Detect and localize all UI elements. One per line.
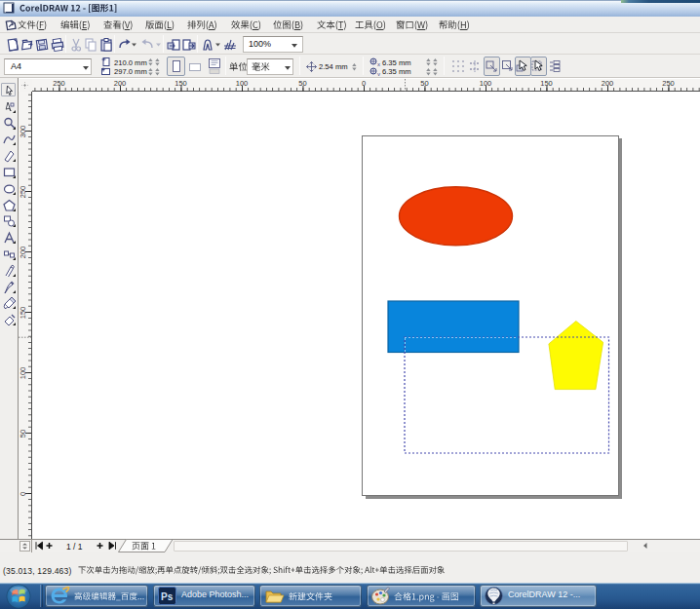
svg-text:100: 100 bbox=[19, 367, 27, 380]
svg-text:200: 200 bbox=[602, 79, 614, 88]
svg-text:150: 150 bbox=[540, 79, 553, 88]
svg-text:0: 0 bbox=[19, 492, 27, 496]
svg-text:Ps: Ps bbox=[161, 591, 174, 602]
svg-text:200: 200 bbox=[114, 79, 127, 88]
svg-text:y: y bbox=[377, 71, 380, 76]
svg-text:200: 200 bbox=[19, 247, 27, 259]
svg-text:100: 100 bbox=[236, 79, 249, 88]
svg-text:x: x bbox=[377, 61, 380, 66]
svg-text:150: 150 bbox=[175, 79, 187, 88]
svg-text:250: 250 bbox=[662, 79, 675, 88]
svg-text:250: 250 bbox=[53, 79, 65, 88]
svg-text:300: 300 bbox=[19, 126, 27, 138]
svg-text:50: 50 bbox=[19, 430, 27, 438]
svg-text:50: 50 bbox=[298, 79, 306, 88]
svg-text:100: 100 bbox=[480, 79, 492, 88]
svg-text:50: 50 bbox=[420, 79, 428, 88]
svg-text:250: 250 bbox=[19, 186, 27, 199]
svg-text:150: 150 bbox=[19, 307, 27, 320]
svg-text:0: 0 bbox=[362, 79, 366, 88]
svg-text:1 / 1: 1 / 1 bbox=[66, 542, 83, 552]
